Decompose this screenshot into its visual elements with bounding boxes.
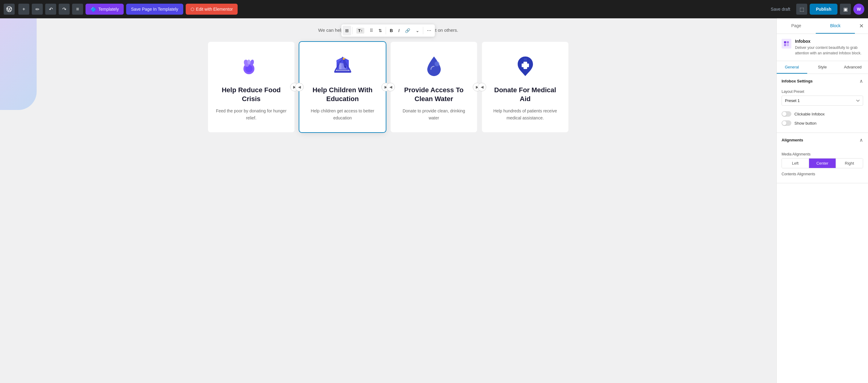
templately-button[interactable]: 🔷 Templately bbox=[86, 4, 124, 15]
clickable-infobox-row: Clickable Infobox bbox=[781, 109, 863, 119]
sidebar-close-button[interactable]: ✕ bbox=[855, 19, 868, 33]
collapse-icon: ∧ bbox=[860, 78, 863, 84]
sidebar-tab-page[interactable]: Page bbox=[777, 18, 816, 34]
infobox-card-medical[interactable]: ◀ Donate For Medical Aid Help hundreds o… bbox=[482, 42, 568, 132]
show-button-row: Show button bbox=[781, 119, 863, 128]
align-right-btn[interactable]: Right bbox=[836, 159, 863, 168]
card-title-education: Help Children With Education bbox=[307, 86, 378, 103]
toolbar-separator-3 bbox=[423, 27, 423, 34]
settings-tabs: General Style Advanced bbox=[777, 61, 868, 74]
card-desc-food: Feed the poor by donating for hunger rel… bbox=[215, 107, 287, 121]
infobox-settings-title: Infobox Settings bbox=[781, 79, 813, 84]
add-block-button[interactable]: + bbox=[18, 4, 29, 15]
alignments-collapse-icon: ∧ bbox=[860, 137, 863, 143]
edit-elementor-button[interactable]: ⬡ Edit with Elementor bbox=[186, 4, 238, 15]
toolbar-separator-2 bbox=[386, 27, 386, 34]
clickable-infobox-label: Clickable Infobox bbox=[795, 112, 825, 116]
card-icon-water bbox=[398, 54, 470, 80]
bg-decoration bbox=[0, 18, 37, 110]
infobox-card-education[interactable]: ◀ bbox=[299, 42, 386, 132]
block-move-btn[interactable]: ⇅ bbox=[376, 26, 384, 35]
block-info-title: Infobox bbox=[795, 39, 863, 44]
alignments-section: Alignments ∧ Media Alignments Left Cente… bbox=[777, 133, 868, 183]
card-nav-left-3[interactable]: ◀ bbox=[386, 83, 395, 91]
preset-select[interactable]: Preset 1 Preset 2 Preset 3 bbox=[781, 96, 863, 106]
card-icon-food bbox=[215, 54, 287, 80]
alignments-title: Alignments bbox=[781, 138, 803, 142]
card-icon-medical bbox=[489, 54, 561, 80]
top-toolbar: + ✏ ↶ ↷ ≡ 🔷 Templately Save Page In Temp… bbox=[0, 0, 868, 18]
block-layout-btn[interactable]: ⊞ bbox=[343, 26, 351, 35]
infobox-card-food[interactable]: Help Reduce Food Crisis Feed the poor by… bbox=[208, 42, 294, 132]
block-info-text: Infobox Deliver your content beautifully… bbox=[795, 39, 863, 56]
clickable-infobox-toggle[interactable] bbox=[781, 111, 791, 117]
show-button-label: Show button bbox=[795, 121, 816, 126]
infobox-card-water[interactable]: ◀ Provide Access To Clean Water Donate t… bbox=[391, 42, 477, 132]
alignments-body: Media Alignments Left Center Right Conte… bbox=[777, 147, 868, 183]
block-more-btn[interactable]: ⋯ bbox=[425, 26, 434, 35]
editor-area[interactable]: ⊞ T↑ ⠿ ⇅ B I 🔗 ⌄ ⋯ We can help you to ch… bbox=[0, 18, 776, 383]
card-icon-education bbox=[307, 54, 378, 80]
move-icon: ⇅ bbox=[378, 28, 382, 33]
card-title-medical: Donate For Medical Aid bbox=[489, 86, 561, 103]
block-expand-btn[interactable]: ⌄ bbox=[413, 26, 422, 35]
drag-icon: ⠿ bbox=[370, 28, 373, 33]
block-info-desc: Deliver your content beautifully to grab… bbox=[795, 45, 863, 56]
view-mode-button[interactable]: ⬚ bbox=[796, 4, 807, 15]
block-link-btn[interactable]: 🔗 bbox=[403, 26, 413, 35]
svg-rect-5 bbox=[334, 71, 351, 73]
toggle-section: Clickable Infobox Show button bbox=[781, 109, 863, 128]
main-area: ⊞ T↑ ⠿ ⇅ B I 🔗 ⌄ ⋯ We can help you to ch… bbox=[0, 18, 868, 383]
page-content: We can help you to change lives and trul… bbox=[196, 18, 581, 145]
card-title-food: Help Reduce Food Crisis bbox=[215, 86, 287, 103]
card-desc-water: Donate to provide clean, drinking water bbox=[398, 107, 470, 121]
tools-button[interactable]: ✏ bbox=[32, 4, 43, 15]
alignments-header[interactable]: Alignments ∧ bbox=[777, 133, 868, 147]
svg-rect-17 bbox=[787, 41, 789, 43]
settings-tab-advanced[interactable]: Advanced bbox=[837, 61, 868, 74]
block-italic-btn[interactable]: I bbox=[396, 26, 402, 35]
svg-rect-14 bbox=[522, 64, 529, 67]
infobox-settings-header[interactable]: Infobox Settings ∧ bbox=[777, 74, 868, 88]
sidebar-tab-block[interactable]: Block bbox=[816, 18, 855, 34]
list-view-button[interactable]: ≡ bbox=[72, 4, 83, 15]
save-templately-button[interactable]: Save Page In Templately bbox=[126, 4, 183, 15]
user-avatar-button[interactable]: W bbox=[853, 4, 864, 15]
svg-point-12 bbox=[435, 61, 439, 66]
wp-logo bbox=[4, 4, 15, 15]
cards-grid: Help Reduce Food Crisis Feed the poor by… bbox=[208, 42, 568, 132]
infobox-settings-body: Layout Preset Preset 1 Preset 2 Preset 3… bbox=[777, 88, 868, 133]
card-desc-education: Help children get access to better educa… bbox=[307, 107, 378, 121]
svg-rect-19 bbox=[787, 44, 789, 46]
settings-tab-style[interactable]: Style bbox=[807, 61, 838, 74]
layout-icon: ⊞ bbox=[345, 28, 349, 33]
preset-label: Layout Preset bbox=[781, 90, 863, 94]
redo-button[interactable]: ↷ bbox=[59, 4, 70, 15]
templately-icon: 🔷 bbox=[90, 6, 96, 12]
publish-button[interactable]: Publish bbox=[810, 4, 837, 15]
undo-button[interactable]: ↶ bbox=[45, 4, 56, 15]
card-desc-medical: Help hundreds of patients receive medica… bbox=[489, 107, 561, 121]
block-type-btn[interactable]: T↑ bbox=[354, 26, 367, 35]
svg-rect-18 bbox=[784, 44, 786, 46]
align-center-btn[interactable]: Center bbox=[809, 159, 836, 168]
media-alignments-label: Media Alignments bbox=[781, 152, 863, 156]
svg-rect-16 bbox=[784, 41, 786, 43]
block-toolbar: ⊞ T↑ ⠿ ⇅ B I 🔗 ⌄ ⋯ bbox=[341, 25, 435, 37]
card-nav-left-2[interactable]: ◀ bbox=[295, 83, 304, 91]
card-nav-left-4[interactable]: ◀ bbox=[478, 83, 486, 91]
link-icon: 🔗 bbox=[405, 28, 410, 33]
align-left-btn[interactable]: Left bbox=[782, 159, 809, 168]
block-drag-btn[interactable]: ⠿ bbox=[367, 26, 375, 35]
right-sidebar: Page Block ✕ Infobox Deliver your conten… bbox=[776, 18, 868, 383]
block-info-icon bbox=[781, 39, 791, 49]
show-button-toggle[interactable] bbox=[781, 120, 791, 126]
block-bold-btn[interactable]: B bbox=[387, 26, 395, 35]
elementor-icon: ⬡ bbox=[191, 7, 194, 11]
save-draft-button[interactable]: Save draft bbox=[767, 4, 794, 14]
contents-alignments-label: Contents Alignments bbox=[781, 172, 863, 176]
svg-rect-7 bbox=[339, 63, 341, 69]
settings-tab-general[interactable]: General bbox=[777, 61, 807, 74]
card-title-water: Provide Access To Clean Water bbox=[398, 86, 470, 103]
layout-toggle-button[interactable]: ▣ bbox=[840, 4, 851, 15]
